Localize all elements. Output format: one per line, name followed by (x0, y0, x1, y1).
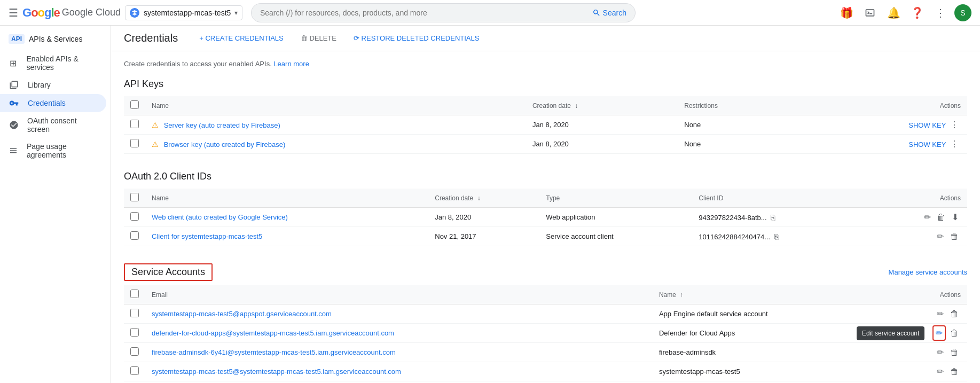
sidebar-label-enabled: Enabled APIs & services (27, 54, 98, 72)
sa-row4-email[interactable]: systemtestapp-mcas-test5@systemtestapp-m… (152, 368, 401, 376)
delete-icon-sa-row3[interactable]: 🗑 (948, 346, 961, 359)
product-name: Google Cloud (62, 7, 121, 18)
edit-icon-sa-row1[interactable]: ✏ (935, 307, 946, 321)
warning-icon: ⚠ (152, 140, 159, 148)
oauth-table: Name Creation date ↓ Type Client ID Acti… (124, 189, 967, 246)
oauth-col-actions: Actions (868, 189, 967, 208)
sa-row2-checkbox[interactable] (130, 328, 139, 337)
learn-more-link[interactable]: Learn more (273, 60, 309, 68)
sa-col-name[interactable]: Name ↑ (653, 285, 888, 304)
sidebar-item-page-usage[interactable]: Page usage agreements (0, 138, 106, 163)
main-content: Credentials + CREATE CREDENTIALS 🗑 DELET… (111, 26, 980, 383)
edit-icon-sa-row3[interactable]: ✏ (935, 346, 946, 359)
sa-row4-checkbox[interactable] (130, 366, 139, 375)
show-key-row2-button[interactable]: SHOW KEY (908, 140, 946, 148)
oauth-section: OAuth 2.0 Client IDs Name Creation date … (124, 171, 967, 246)
search-input[interactable] (260, 9, 588, 17)
table-row: Client for systemtestapp-mcas-test5 Nov … (124, 227, 967, 246)
sa-col-email: Email (145, 285, 653, 304)
api-key-row2-date: Jan 8, 2020 (526, 135, 678, 154)
grid-icon: ⊞ (9, 58, 18, 68)
more-icon-row2[interactable]: ⋮ (948, 137, 961, 151)
service-accounts-header: Service Accounts Manage service accounts (124, 263, 967, 281)
terminal-icon[interactable] (860, 3, 880, 22)
table-row: ⚠ Server key (auto created by Firebase) … (124, 115, 967, 135)
sa-row3-checkbox[interactable] (130, 347, 139, 356)
sa-row1-email[interactable]: systemtestapp-mcas-test5@appspot.gservic… (152, 310, 332, 318)
sort-icon: ↓ (477, 194, 481, 202)
content-area: Create credentials to access your enable… (111, 51, 980, 383)
menu-icon[interactable]: ☰ (9, 6, 18, 19)
delete-button[interactable]: 🗑 DELETE (296, 32, 341, 44)
manage-service-accounts-link[interactable]: Manage service accounts (889, 268, 967, 276)
chevron-down-icon: ▾ (234, 9, 238, 17)
api-key-row2-restrictions: None (678, 135, 798, 154)
search-bar[interactable]: Search (251, 3, 636, 22)
api-key-row1-name[interactable]: Server key (auto created by Firebase) (164, 121, 280, 129)
delete-icon-sa-row1[interactable]: 🗑 (948, 307, 961, 321)
edit-icon-oauth-row2[interactable]: ✏ (935, 230, 946, 243)
page-title: Credentials (124, 32, 178, 44)
sidebar-item-library[interactable]: Library (0, 76, 106, 94)
sa-row1-checkbox[interactable] (130, 309, 139, 317)
api-key-row2-checkbox[interactable] (130, 139, 139, 147)
oauth-row1-name[interactable]: Web client (auto created by Google Servi… (152, 213, 288, 221)
oauth-row2-checkbox[interactable] (130, 231, 139, 240)
project-selector[interactable]: systemtestapp-mcas-test5 ▾ (125, 5, 242, 20)
topbar-actions: 🎁 🔔 ❓ ⋮ S (837, 3, 971, 22)
create-credentials-button[interactable]: + CREATE CREDENTIALS (195, 32, 288, 44)
table-row: systemtestapp-mcas-test5@appspot.gservic… (124, 304, 967, 324)
delete-icon-oauth-row2[interactable]: 🗑 (948, 230, 961, 243)
sidebar-item-credentials[interactable]: Credentials (0, 94, 106, 112)
sidebar-label-credentials: Credentials (28, 99, 66, 107)
oauth-select-all[interactable] (130, 193, 139, 201)
oauth-title: OAuth 2.0 Client IDs (124, 171, 967, 182)
service-accounts-title: Service Accounts (131, 267, 205, 278)
notifications-icon[interactable]: 🔔 (884, 3, 903, 22)
table-row: systemtestapp-mcas-test5@systemtestapp-m… (124, 362, 967, 381)
more-options-icon[interactable]: ⋮ (931, 3, 950, 22)
oauth-col-date[interactable]: Creation date ↓ (428, 189, 539, 208)
edit-icon-oauth-row1[interactable]: ✏ (922, 210, 933, 224)
page-header: Credentials + CREATE CREDENTIALS 🗑 DELET… (111, 26, 980, 51)
edit-icon-sa-row2[interactable]: ✏ (932, 325, 946, 341)
edit-tooltip-container: ✏ Edit service account (932, 328, 946, 338)
sidebar-title: APIs & Services (29, 35, 82, 43)
oauth-row1-type: Web application (539, 208, 692, 227)
oauth-row2-name[interactable]: Client for systemtestapp-mcas-test5 (152, 232, 262, 240)
api-keys-col-actions: Actions (798, 96, 967, 115)
page-layout: API APIs & Services ⊞ Enabled APIs & ser… (0, 26, 980, 383)
table-row: ⚠ Browser key (auto created by Firebase)… (124, 135, 967, 154)
avatar[interactable]: S (954, 4, 971, 21)
delete-icon-sa-row2[interactable]: 🗑 (948, 326, 961, 340)
copy-icon[interactable]: ⎘ (774, 232, 779, 241)
sidebar-label-page-usage: Page usage agreements (27, 142, 98, 159)
api-key-row1-checkbox[interactable] (130, 120, 139, 128)
sa-row2-email[interactable]: defender-for-cloud-apps@systemtestapp-mc… (152, 329, 394, 337)
edit-icon-sa-row4[interactable]: ✏ (935, 365, 946, 378)
api-keys-col-name: Name (145, 96, 526, 115)
api-keys-col-date[interactable]: Creation date ↓ (526, 96, 678, 115)
show-key-row1-button[interactable]: SHOW KEY (908, 121, 946, 129)
download-icon-oauth-row1[interactable]: ⬇ (950, 210, 961, 224)
search-button[interactable]: Search (592, 9, 626, 17)
copy-icon[interactable]: ⎘ (771, 213, 775, 222)
api-keys-select-all[interactable] (130, 100, 139, 109)
sa-select-all[interactable] (130, 290, 139, 298)
sa-row3-email[interactable]: firebase-adminsdk-6y41i@systemtestapp-mc… (152, 348, 396, 356)
sidebar: API APIs & Services ⊞ Enabled APIs & ser… (0, 26, 111, 383)
service-accounts-section: Service Accounts Manage service accounts… (124, 263, 967, 381)
sidebar-item-oauth[interactable]: OAuth consent screen (0, 112, 106, 138)
api-key-row2-name[interactable]: Browser key (auto created by Firebase) (164, 140, 286, 148)
more-icon-row1[interactable]: ⋮ (948, 118, 961, 131)
delete-icon-oauth-row1[interactable]: 🗑 (935, 210, 947, 224)
restore-deleted-button[interactable]: ⟳ RESTORE DELETED CREDENTIALS (349, 32, 483, 44)
project-icon (130, 8, 139, 18)
table-row: firebase-adminsdk-6y41i@systemtestapp-mc… (124, 343, 967, 362)
help-icon[interactable]: ❓ (907, 3, 927, 22)
delete-icon-sa-row4[interactable]: 🗑 (948, 365, 961, 378)
sidebar-item-enabled[interactable]: ⊞ Enabled APIs & services (0, 50, 106, 76)
gift-icon[interactable]: 🎁 (837, 3, 856, 22)
sidebar-label-library: Library (28, 81, 51, 89)
oauth-row1-checkbox[interactable] (130, 212, 139, 221)
